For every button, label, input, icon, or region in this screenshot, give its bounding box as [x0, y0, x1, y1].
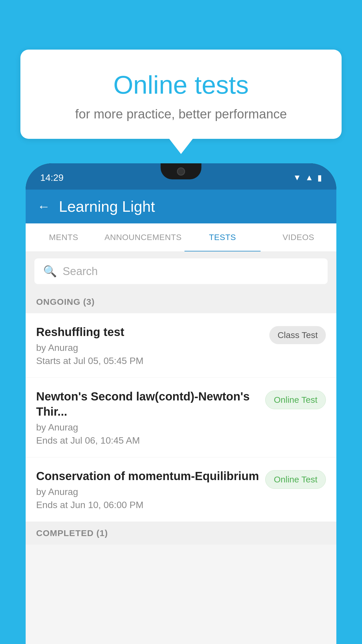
test-item-content: Conservation of momentum-Equilibrium by …: [36, 468, 259, 510]
tab-tests[interactable]: TESTS: [184, 223, 260, 251]
tab-ments[interactable]: MENTS: [26, 223, 101, 251]
test-badge: Class Test: [269, 326, 326, 344]
test-item-name: Newton's Second law(contd)-Newton's Thir…: [36, 389, 259, 419]
test-item-date: Ends at Jun 10, 06:00 PM: [36, 500, 259, 510]
tabs-container: MENTS ANNOUNCEMENTS TESTS VIDEOS: [26, 223, 336, 252]
test-item-name: Conservation of momentum-Equilibrium: [36, 468, 259, 484]
search-bar[interactable]: 🔍 Search: [34, 258, 328, 284]
speech-bubble-subtitle: for more practice, better performance: [38, 107, 324, 121]
test-badge: Online Test: [265, 470, 326, 489]
phone-camera: [177, 167, 185, 176]
tab-announcements[interactable]: ANNOUNCEMENTS: [101, 223, 184, 251]
test-item-by: by Anurag: [36, 342, 263, 353]
signal-icon: ▲: [305, 173, 313, 182]
section-ongoing: ONGOING (3): [26, 290, 336, 313]
battery-icon: ▮: [317, 173, 322, 183]
wifi-icon: ▼: [293, 173, 301, 182]
phone-frame: 14:29 ▼ ▲ ▮ ← Learning Light MENTS ANNOU…: [26, 163, 336, 644]
app-title: Learning Light: [59, 198, 155, 215]
test-item-content: Reshuffling test by Anurag Starts at Jul…: [36, 324, 263, 366]
test-item-name: Reshuffling test: [36, 324, 263, 340]
phone-notch: [161, 163, 201, 179]
test-item-content: Newton's Second law(contd)-Newton's Thir…: [36, 389, 259, 446]
speech-bubble-title: Online tests: [38, 70, 324, 100]
speech-bubble: Online tests for more practice, better p…: [20, 50, 342, 139]
back-button[interactable]: ←: [37, 199, 50, 214]
test-item[interactable]: Reshuffling test by Anurag Starts at Jul…: [26, 313, 336, 378]
app-header: ← Learning Light: [26, 190, 336, 223]
status-icons: ▼ ▲ ▮: [293, 173, 322, 183]
status-bar: 14:29 ▼ ▲ ▮: [26, 163, 336, 190]
test-item-by: by Anurag: [36, 422, 259, 433]
status-time: 14:29: [40, 172, 64, 183]
phone-content: ← Learning Light MENTS ANNOUNCEMENTS TES…: [26, 190, 336, 644]
test-item-date: Starts at Jul 05, 05:45 PM: [36, 356, 263, 366]
test-item-date: Ends at Jul 06, 10:45 AM: [36, 435, 259, 446]
search-container: 🔍 Search: [26, 252, 336, 290]
test-badge: Online Test: [265, 391, 326, 409]
test-item-by: by Anurag: [36, 487, 259, 497]
test-item[interactable]: Newton's Second law(contd)-Newton's Thir…: [26, 378, 336, 457]
search-placeholder: Search: [63, 265, 98, 278]
section-completed: COMPLETED (1): [26, 522, 336, 545]
tab-videos[interactable]: VIDEOS: [261, 223, 336, 251]
test-item[interactable]: Conservation of momentum-Equilibrium by …: [26, 457, 336, 522]
search-icon: 🔍: [43, 265, 57, 278]
